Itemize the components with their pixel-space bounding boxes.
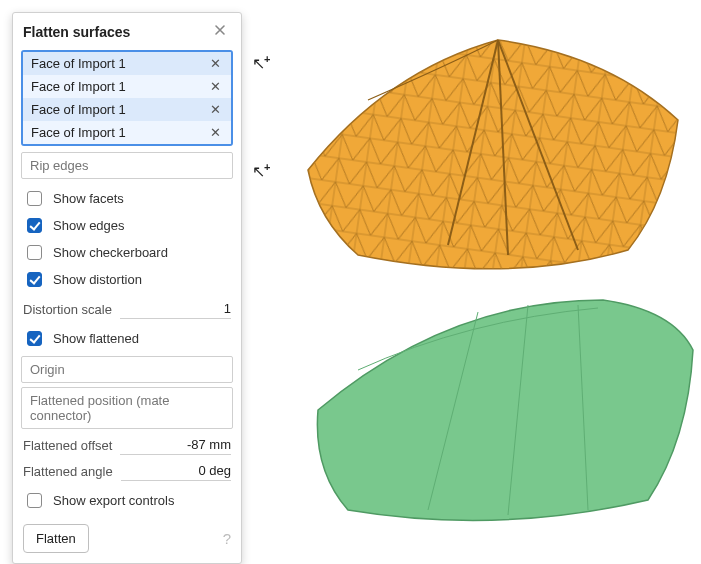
add-selection-cursor: ↖+ xyxy=(252,54,271,73)
face-selection-label: Face of Import 1 xyxy=(31,56,126,71)
remove-selection-icon[interactable]: ✕ xyxy=(208,79,223,94)
show-export-controls-checkbox[interactable] xyxy=(27,493,42,508)
option-label: Show export controls xyxy=(53,493,174,508)
option-label: Show distortion xyxy=(53,272,142,287)
show-edges-checkbox[interactable] xyxy=(27,218,42,233)
option-label: Show checkerboard xyxy=(53,245,168,260)
show-checkerboard-option[interactable]: Show checkerboard xyxy=(23,239,231,266)
show-flattened-checkbox[interactable] xyxy=(27,331,42,346)
show-checkerboard-checkbox[interactable] xyxy=(27,245,42,260)
show-distortion-option[interactable]: Show distortion xyxy=(23,266,231,293)
show-facets-option[interactable]: Show facets xyxy=(23,185,231,212)
show-flattened-option[interactable]: Show flattened xyxy=(23,325,231,352)
flattened-angle-label: Flattened angle xyxy=(23,464,113,479)
face-selection-row[interactable]: Face of Import 1 ✕ xyxy=(23,121,231,144)
distortion-scale-input[interactable]: 1 xyxy=(120,299,231,319)
remove-selection-icon[interactable]: ✕ xyxy=(208,56,223,71)
face-selection-label: Face of Import 1 xyxy=(31,79,126,94)
flattened-surface xyxy=(317,300,693,520)
flatten-button[interactable]: Flatten xyxy=(23,524,89,553)
viewport-3d[interactable] xyxy=(248,0,700,564)
option-label: Show edges xyxy=(53,218,125,233)
remove-selection-icon[interactable]: ✕ xyxy=(208,102,223,117)
show-export-controls-option[interactable]: Show export controls xyxy=(23,487,231,514)
face-selection-row[interactable]: Face of Import 1 ✕ xyxy=(23,98,231,121)
show-distortion-checkbox[interactable] xyxy=(27,272,42,287)
origin-input[interactable]: Origin xyxy=(21,356,233,383)
flattened-offset-input[interactable]: -87 mm xyxy=(120,435,231,455)
add-selection-cursor: ↖+ xyxy=(252,162,271,181)
face-selection-row[interactable]: Face of Import 1 ✕ xyxy=(23,52,231,75)
panel-title: Flatten surfaces xyxy=(23,24,130,40)
help-icon[interactable]: ? xyxy=(223,530,231,547)
option-label: Show facets xyxy=(53,191,124,206)
flattened-angle-input[interactable]: 0 deg xyxy=(121,461,231,481)
show-facets-checkbox[interactable] xyxy=(27,191,42,206)
close-icon[interactable] xyxy=(209,21,231,42)
flattened-offset-row: Flattened offset -87 mm xyxy=(23,435,231,455)
option-label: Show flattened xyxy=(53,331,139,346)
flattened-offset-label: Flattened offset xyxy=(23,438,112,453)
flattened-angle-row: Flattened angle 0 deg xyxy=(23,461,231,481)
face-selection-label: Face of Import 1 xyxy=(31,102,126,117)
flattened-position-input[interactable]: Flattened position (mate connector) xyxy=(21,387,233,429)
face-selection-row[interactable]: Face of Import 1 ✕ xyxy=(23,75,231,98)
remove-selection-icon[interactable]: ✕ xyxy=(208,125,223,140)
faces-to-flatten-input[interactable]: Face of Import 1 ✕ Face of Import 1 ✕ Fa… xyxy=(21,50,233,146)
show-edges-option[interactable]: Show edges xyxy=(23,212,231,239)
distortion-scale-row: Distortion scale 1 xyxy=(23,299,231,319)
face-selection-label: Face of Import 1 xyxy=(31,125,126,140)
flatten-surfaces-panel: Flatten surfaces Face of Import 1 ✕ Face… xyxy=(12,12,242,564)
distortion-scale-label: Distortion scale xyxy=(23,302,112,317)
source-surface xyxy=(308,40,678,269)
rip-edges-input[interactable]: Rip edges xyxy=(21,152,233,179)
